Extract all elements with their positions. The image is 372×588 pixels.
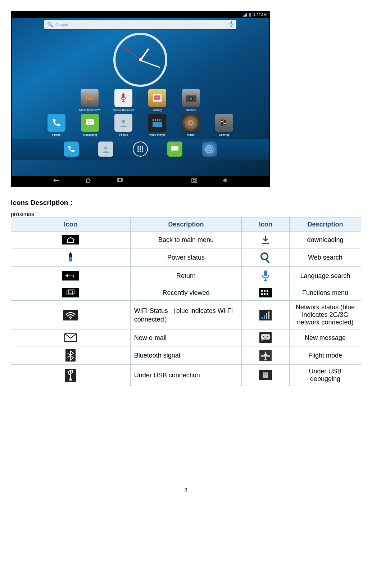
dock-app-drawer[interactable] <box>128 142 153 158</box>
icons-description-table: Icon Description Icon Description Back t… <box>11 217 361 386</box>
app-video-player[interactable]: Video Player <box>145 114 169 136</box>
search-icon: 🔍 <box>47 22 53 27</box>
svg-point-35 <box>205 147 213 151</box>
network-bars-icon <box>245 310 286 320</box>
th-desc-1: Description <box>130 218 242 232</box>
nav-screenshot-icon[interactable] <box>191 178 197 184</box>
home-icon <box>15 235 127 244</box>
table-row: Bluetooth signal Flight mode <box>11 346 361 365</box>
nav-volume-icon[interactable] <box>222 178 228 184</box>
svg-point-9 <box>91 121 92 122</box>
svg-point-10 <box>122 120 125 123</box>
nav-home-icon[interactable] <box>85 178 91 184</box>
svg-rect-14 <box>157 119 158 121</box>
svg-rect-62 <box>259 310 272 320</box>
return-icon <box>15 271 127 280</box>
svg-point-29 <box>142 148 143 150</box>
table-row: New e-mail New message <box>11 329 361 346</box>
app-movil-teacher[interactable]: mt Movil Teacher™ <box>77 89 102 112</box>
app-row-1: mt Movil Teacher™ Sound Recorder Gallery… <box>44 89 236 112</box>
svg-point-31 <box>140 151 141 152</box>
dock <box>12 139 269 160</box>
svg-point-28 <box>140 148 141 150</box>
wifi-icon <box>15 310 127 320</box>
dock-browser[interactable] <box>197 142 222 158</box>
svg-rect-19 <box>221 120 223 126</box>
dock-phone[interactable] <box>59 142 83 158</box>
svg-point-46 <box>261 253 268 260</box>
svg-rect-55 <box>264 290 266 292</box>
svg-rect-54 <box>261 290 263 292</box>
svg-rect-0 <box>231 21 232 24</box>
desc-cell: Network status (blue indicates 2G/3G net… <box>289 301 361 329</box>
th-icon-1: Icon <box>11 218 131 232</box>
app-gallery[interactable]: Gallery <box>145 89 169 112</box>
th-desc-2: Description <box>289 218 361 232</box>
svg-point-32 <box>142 151 143 152</box>
svg-rect-59 <box>267 293 268 295</box>
desc-cell: New e-mail <box>130 329 242 346</box>
dock-contacts[interactable] <box>94 142 118 158</box>
nav-recent-icon[interactable] <box>117 178 123 184</box>
svg-rect-33 <box>171 146 178 151</box>
desc-cell: Return <box>130 267 242 285</box>
svg-point-8 <box>88 121 89 122</box>
svg-rect-42 <box>262 243 269 244</box>
svg-rect-1 <box>122 93 124 98</box>
mic-icon <box>245 270 286 282</box>
svg-rect-22 <box>224 123 226 124</box>
dock-messaging[interactable] <box>163 142 187 158</box>
nav-back-icon[interactable] <box>53 178 60 184</box>
svg-rect-77 <box>72 370 73 372</box>
svg-point-78 <box>69 378 72 381</box>
desc-cell: Recently viewed <box>130 285 242 301</box>
svg-rect-45 <box>69 257 72 261</box>
mail-icon <box>15 332 127 343</box>
android-icon <box>245 370 286 380</box>
battery-icon <box>15 252 127 263</box>
app-messaging[interactable]: Messaging <box>78 114 102 136</box>
search-placeholder: Google <box>55 22 227 27</box>
svg-rect-39 <box>192 178 197 183</box>
svg-rect-16 <box>153 122 162 127</box>
svg-rect-20 <box>224 120 226 125</box>
svg-point-27 <box>137 148 139 150</box>
app-camera[interactable]: Camera <box>179 89 203 112</box>
app-music[interactable]: Music <box>178 114 203 136</box>
svg-point-23 <box>104 147 107 149</box>
tablet-screenshot: 4:22 AM 🔍 Google mt <box>11 11 270 187</box>
mic-icon[interactable] <box>229 21 233 28</box>
usb-icon <box>15 369 127 382</box>
svg-rect-65 <box>266 313 267 319</box>
svg-point-70 <box>263 336 264 337</box>
recent-icon <box>15 288 127 297</box>
app-sound-recorder[interactable]: Sound Recorder <box>111 89 136 112</box>
svg-rect-40 <box>193 179 195 181</box>
svg-point-25 <box>140 146 141 148</box>
svg-point-30 <box>137 151 139 152</box>
search-bar[interactable]: 🔍 Google <box>44 20 236 29</box>
svg-rect-44 <box>70 252 71 253</box>
download-icon <box>245 234 286 245</box>
desc-cell: Language search <box>289 267 361 285</box>
svg-rect-12 <box>153 119 154 121</box>
desc-cell: New message <box>289 329 361 346</box>
svg-point-6 <box>190 98 192 100</box>
svg-rect-49 <box>264 270 267 276</box>
table-row: Recently viewed Functions menu <box>11 285 361 301</box>
desc-cell: WIFI Status （blue indicates Wi-Fi connec… <box>130 301 242 329</box>
svg-rect-3 <box>154 95 160 100</box>
svg-rect-69 <box>261 334 270 340</box>
app-people[interactable]: People <box>112 114 136 136</box>
desc-cell: Power status <box>130 248 242 267</box>
svg-rect-64 <box>264 315 265 319</box>
svg-rect-41 <box>62 235 79 244</box>
desc-cell: Back to main menu <box>130 232 242 248</box>
svg-point-80 <box>264 374 264 375</box>
desc-cell: Flight mode <box>289 346 361 365</box>
app-settings[interactable]: Settings <box>212 114 236 136</box>
app-phone[interactable]: Phone <box>44 114 68 136</box>
svg-point-26 <box>142 146 143 148</box>
analog-clock-widget[interactable] <box>113 33 167 87</box>
svg-point-18 <box>190 122 192 124</box>
